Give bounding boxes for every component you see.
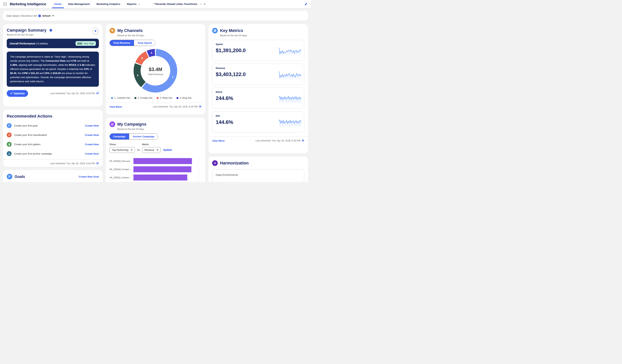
nav-tabs: Home Data Management Marketing Analytics… [54,0,206,8]
goals-title: Goals [15,174,77,179]
info-icon[interactable]: i [38,15,41,17]
divider [3,159,103,160]
harmonization-card: Harmonization Data Enrichments [208,157,308,182]
tab-data-management[interactable]: Data Management [68,0,90,8]
info-icon[interactable]: i [50,29,52,32]
last-refreshed-text: Last refreshed: Tue, Apr 28, 2026, 6:28 … [153,105,197,108]
bar[interactable] [134,166,191,172]
recommended-actions-title: Recommended Actions [7,114,99,119]
edit-pencil-icon[interactable] [304,2,308,6]
sparkle-icon: ✦ [10,92,12,95]
optimize-button[interactable]: ✦ Optimize [7,90,28,97]
refresh-icon[interactable]: ⟳ [96,162,99,165]
tab-marketing-analytics[interactable]: Marketing Analytics [97,0,120,8]
harmonization-ring-icon [212,160,218,166]
data-space-selector[interactable]: default [42,14,54,17]
flag-icon [7,123,12,128]
close-icon[interactable]: ✕ [204,3,206,6]
tab-recently-viewed[interactable]: * Recently Viewed | Data Transforms ✕ [154,3,206,6]
top-nav: Marketing Intelligence Home Data Managem… [0,0,311,8]
create-now-link[interactable]: Create Now [85,134,99,136]
create-now-link[interactable]: Create Now [85,143,99,146]
view-more-link[interactable]: View More [110,105,122,108]
update-link[interactable]: Update [163,148,172,153]
donut-legend: 1. LinkedIn Ads 2. Google Ads 3. Meta Ad… [110,96,202,99]
my-channels-subtitle: Based on the last 30 days [117,34,202,37]
data-space-label: Data Space | Business Unit [6,14,37,17]
bar-label: DK_2025Q4_Prospectin... [110,168,134,171]
svg-text:3: 3 [141,57,143,60]
collapse-button[interactable] [92,28,99,35]
data-space-bar: Data Space | Business Unit i default [3,11,308,21]
metrics-count: 6 metrics [37,42,48,45]
bar-label: UK_2025Q1_Seasonal_o... [110,176,134,179]
action-label: Create your first pattern [14,143,82,146]
view-more-link[interactable]: View More [212,139,225,142]
tab-home[interactable]: Home [54,0,61,8]
metric-card-revenue: Revenue $3,403,122.0 [212,64,304,85]
my-campaigns-card: My Campaigns Based on the last 30 days C… [106,118,205,182]
app-launcher-icon[interactable] [3,2,7,6]
legend-item[interactable]: 2. Google Ads [134,96,153,99]
toggle-total-revenue[interactable]: Total Revenue [110,40,134,46]
channels-chat-icon [110,28,115,34]
metric-card-roi: ROI 144.6% [212,112,304,133]
target-rings-icon [110,121,115,127]
show-select[interactable]: Top Performing [110,147,135,153]
key-metrics-title: Key Metrics [220,28,243,33]
list-item: Create your first anchor campaign Create… [7,151,99,156]
chevron-down-icon[interactable] [200,3,202,5]
action-label: Create your first anchor campaign [14,152,82,155]
create-new-goal-link[interactable]: Create New Goal [79,175,99,178]
bar-label: FR_2025Q3_Discount_L... [110,160,134,162]
show-label: Show [110,143,135,146]
revenue-spend-toggle: Total Revenue Total Spend [110,40,156,46]
metric-select[interactable]: Revenue [142,147,161,153]
data-enrichments-title: Data Enrichments [216,173,301,176]
bar[interactable] [134,158,192,164]
ai-summary-text: The campaign performance is rated as "Ve… [7,52,99,87]
refresh-icon[interactable]: ⟳ [302,139,304,142]
dropdown-arrow-icon [52,15,54,17]
toggle-anchor-campaign[interactable]: Anchor Campaign [129,134,158,139]
overall-performance-panel: Overall Performance | 6 metrics Very Hig… [7,39,99,48]
my-channels-card: My Channels Based on the last 30 days To… [106,24,205,115]
sparkline-chart [279,68,301,80]
legend-item[interactable]: 4. Bing Ads [176,96,192,99]
metric-card-spend: Spend $1,391,200.0 [212,40,304,61]
create-now-link[interactable]: Create Now [85,124,99,127]
bar[interactable] [134,174,187,180]
svg-text:2: 2 [137,74,138,77]
flag-icon [7,174,12,179]
channels-donut-chart[interactable]: 1234 $3.4M Total Revenue [133,48,178,94]
last-refreshed-text: Last refreshed: Tue, Apr 28, 2026, 6:28 … [50,162,95,165]
refresh-icon[interactable]: ⟳ [96,92,99,95]
bar-chart-icon [212,28,218,34]
campaign-summary-title: Campaign Summary [7,28,47,33]
campaigns-bar-chart[interactable]: FR_2025Q3_Discount_L... DK_2025Q4_Prospe… [110,157,202,182]
tab-reports[interactable]: Reports [127,0,139,8]
sparkline-chart [279,44,301,56]
toggle-campaign[interactable]: Campaign [110,134,129,139]
last-refreshed-text: Last refreshed: Tue, Apr 28, 2026, 6:28 … [256,139,300,142]
sitemap-icon [7,151,12,156]
recommended-actions-card: Recommended Actions Create your first go… [3,110,103,167]
key-metrics-subtitle: Based on the last 30 days [220,34,304,37]
campaign-type-toggle: Campaign Anchor Campaign [110,134,158,140]
legend-item[interactable]: 1. LinkedIn Ads [111,96,130,99]
campaign-summary-subtitle: Based on the last 30 days [7,34,54,36]
rating-badge: Very High [76,41,96,46]
sparkline-chart [279,92,301,104]
create-now-link[interactable]: Create Now [85,152,99,155]
toggle-total-spend[interactable]: Total Spend [134,40,155,46]
app-title: Marketing Intelligence [10,2,46,6]
data-enrichments-card[interactable]: Data Enrichments [212,169,304,182]
legend-item[interactable]: 3. Meta Ads [157,96,172,99]
chevron-down-icon [138,3,140,5]
overall-performance-label: Overall Performance [10,42,35,45]
target-arrow-icon [7,133,12,137]
table-row: UK_2025Q1_Seasonal_o... [110,173,202,182]
my-channels-title: My Channels [117,28,143,33]
list-item: Create your first goal Create Now [7,123,99,128]
refresh-icon[interactable]: ⟳ [199,105,201,108]
